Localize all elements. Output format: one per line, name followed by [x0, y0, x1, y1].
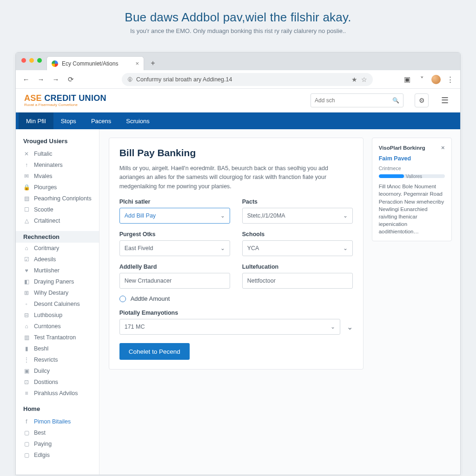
sidebar-item-g2-12[interactable]: ⊡Dosttions — [16, 377, 99, 388]
sidebar-item-g3-2[interactable]: ▢Paying — [16, 438, 99, 450]
submit-button[interactable]: Cohelet to Pecend — [119, 343, 190, 360]
page-description: Mills or you, airgelt. Haell'n eoredmilr… — [119, 164, 353, 191]
radio-row[interactable]: Addtle Amount — [119, 295, 353, 302]
aside-link[interactable]: Faim Paved — [379, 155, 445, 163]
field-1-select[interactable]: Add Bill Pay ⌄ — [119, 208, 230, 224]
cast-icon[interactable]: ▣ — [402, 74, 413, 85]
sidebar-item-label: Test Trantaotron — [34, 334, 76, 341]
sidebar-item-g1-6[interactable]: △Crtaltinect — [16, 215, 99, 226]
aside-close-icon[interactable]: × — [441, 144, 445, 152]
menu-button[interactable]: ☰ — [438, 93, 452, 107]
bookmark-star-filled-icon[interactable]: ★ — [351, 76, 357, 83]
sidebar-item-g3-3[interactable]: ▢Edlgis — [16, 450, 99, 461]
sidebar-item-label: Scootle — [34, 206, 53, 213]
sidebar-item-label: Dosttions — [34, 379, 58, 385]
field-6-input[interactable]: Nettfoctoor — [242, 273, 353, 289]
field-2-select[interactable]: Stetc,I/1/20MA ⌄ — [242, 208, 353, 224]
field-3-select[interactable]: East Fiveld ⌄ — [119, 240, 230, 256]
browser-tab[interactable]: Ecy Communlet/Ations × — [46, 56, 144, 70]
sidebar-item-icon: ▢ — [23, 441, 30, 447]
close-window-icon[interactable] — [21, 58, 26, 63]
sidebar-item-g2-7[interactable]: ⌂Curntones — [16, 321, 99, 332]
field-5-value: New Crrtadunacer — [125, 278, 172, 284]
minimize-window-icon[interactable] — [29, 58, 34, 63]
profile-avatar[interactable] — [431, 75, 441, 84]
sidebar-item-g2-5[interactable]: ◦Desont Caluinens — [16, 298, 99, 310]
sidebar-item-g1-5[interactable]: ☐Scootle — [16, 204, 99, 215]
site-logo[interactable]: ASE CREDIT UNION Ruvat a Fisermauty Conv… — [24, 94, 106, 107]
sidebar-item-g3-0[interactable]: fPimon Bitailes — [16, 416, 99, 427]
field-3: Purgest Otks East Fiveld ⌄ — [119, 231, 230, 256]
sidebar-item-g2-8[interactable]: ▥Test Trantaotron — [16, 332, 99, 343]
sidebar-item-icon: ▢ — [23, 430, 30, 436]
sidebar-item-icon: ▮ — [23, 345, 30, 352]
browser-window: Ecy Communlet/Ations × + ← → → ⟳ 🛈 Confu… — [15, 52, 461, 475]
sidebar-item-icon: ⌂ — [23, 245, 30, 251]
sidebar-item-icon: ▣ — [23, 368, 30, 374]
sidebar-item-g2-3[interactable]: ◧Draying Paners — [16, 276, 99, 287]
sidebar-group2-title[interactable]: Rechnection — [16, 231, 99, 243]
new-tab-button[interactable]: + — [147, 57, 159, 69]
kebab-menu-icon[interactable]: ⋮ — [444, 74, 456, 85]
field-6-label: Lultefucation — [242, 264, 353, 270]
field-1-value: Add Bill Pay — [125, 212, 156, 219]
chevron-down-icon: ⌄ — [220, 245, 225, 251]
sidebar-item-icon: ⌂ — [23, 323, 30, 330]
sidebar-group3-title: Home — [16, 403, 99, 416]
tab-title: Ecy Communlet/Ations — [62, 60, 132, 67]
forward-alt-button[interactable]: → — [50, 74, 61, 85]
nav-item-1[interactable]: Stops — [53, 112, 84, 129]
field-1: Plchi satler Add Bill Pay ⌄ — [119, 198, 230, 224]
sidebar-item-label: Crtaltinect — [34, 218, 60, 224]
sidebar-item-label: Curntones — [34, 323, 61, 330]
address-bar[interactable]: 🛈 Confurmy srial broath ary Addineg.14 ★… — [122, 73, 373, 86]
site-search[interactable]: 🔍 — [311, 93, 403, 107]
sidebar-item-label: Paying — [34, 441, 52, 447]
sidebar-item-g2-4[interactable]: ⊞Wihy Destary — [16, 287, 99, 298]
settings-button[interactable]: ⚙ — [415, 93, 429, 107]
radio-icon[interactable] — [119, 296, 126, 302]
search-input[interactable] — [315, 97, 389, 104]
field-5-input[interactable]: New Crrtadunacer — [119, 273, 230, 289]
sidebar-item-label: Desont Caluinens — [34, 301, 80, 307]
sidebar-item-g1-1[interactable]: ↑Meninaters — [16, 159, 99, 171]
sidebar-item-label: Luthbosiup — [34, 312, 62, 318]
sidebar-item-g2-10[interactable]: ⋮Resvricts — [16, 354, 99, 365]
sidebar-item-g2-2[interactable]: ♥Murtiisher — [16, 265, 99, 276]
field-7-select[interactable]: 171 MC ⌄ — [119, 319, 340, 335]
tab-close-icon[interactable]: × — [135, 60, 139, 67]
search-icon[interactable]: 🔍 — [392, 97, 399, 104]
bookmark-star-icon[interactable]: ☆ — [361, 76, 367, 83]
field-3-label: Purgest Otks — [119, 231, 230, 238]
sidebar-item-icon: ☐ — [23, 206, 30, 213]
sidebar-item-g1-0[interactable]: ✕Fultalic — [16, 148, 99, 159]
sidebar-item-g1-2[interactable]: ✉Mvales — [16, 171, 99, 182]
sidebar-item-g2-13[interactable]: ≡Pirahluss Advilos — [16, 388, 99, 399]
chevron-down-icon[interactable]: ˅ — [416, 74, 428, 85]
sidebar-item-g2-9[interactable]: ▮Beshl — [16, 343, 99, 354]
sidebar-item-icon: ▤ — [23, 195, 30, 202]
maximize-window-icon[interactable] — [37, 58, 42, 63]
back-button[interactable]: ← — [20, 74, 32, 85]
sidebar-item-icon: ◦ — [23, 301, 30, 307]
aside-progress-label: Vallores — [406, 173, 422, 180]
forward-button[interactable]: → — [35, 74, 46, 85]
expand-chevron-icon[interactable]: ⌄ — [347, 323, 353, 331]
sidebar-item-g2-11[interactable]: ▣Duilcy — [16, 365, 99, 377]
sidebar-item-g2-0[interactable]: ⌂Coritmary — [16, 243, 99, 254]
promo-banner: Bue daws Addbol pav,wiel the filshir aka… — [0, 0, 476, 41]
reload-button[interactable]: ⟳ — [65, 74, 76, 85]
site-info-icon[interactable]: 🛈 — [127, 77, 132, 82]
billpay-card: Bill Pay Banking Mills or you, airgelt. … — [109, 138, 364, 370]
browser-tabstrip: Ecy Communlet/Ations × + — [16, 53, 460, 70]
sidebar-item-g2-6[interactable]: ⊟Luthbosiup — [16, 310, 99, 321]
field-6-value: Nettfoctoor — [247, 278, 276, 284]
nav-item-2[interactable]: Pacens — [84, 112, 119, 129]
nav-item-3[interactable]: Scruions — [119, 112, 157, 129]
nav-item-0[interactable]: Min Pfil — [19, 112, 53, 129]
sidebar-item-g3-1[interactable]: ▢Best — [16, 427, 99, 438]
sidebar-item-g1-3[interactable]: 🔒Plourges — [16, 182, 99, 193]
field-4-select[interactable]: YCA ⌄ — [242, 240, 353, 256]
sidebar-item-g2-1[interactable]: ☑Adeesils — [16, 254, 99, 265]
sidebar-item-g1-4[interactable]: ▤Peaorhing Conriplonts — [16, 193, 99, 204]
